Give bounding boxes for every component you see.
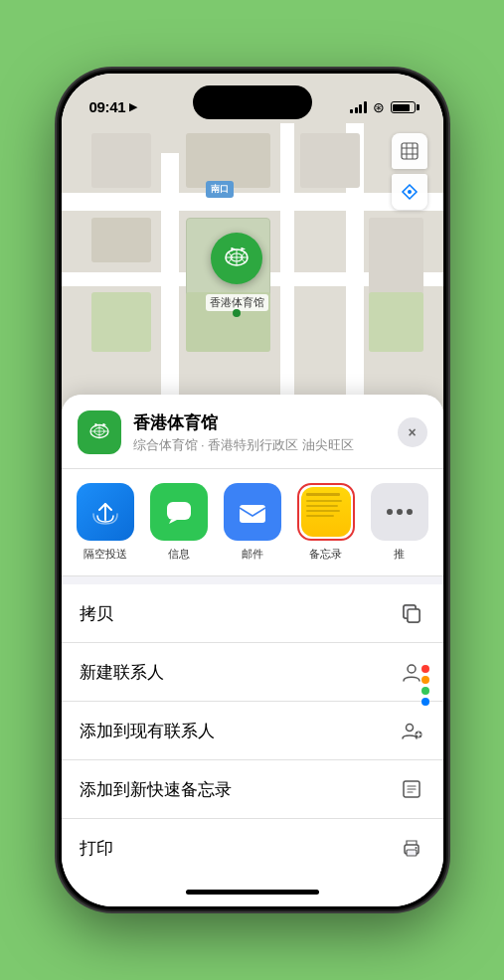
phone-inner: 09:41 ▶ ⊛	[62, 74, 443, 906]
exit-label: 南口	[206, 181, 234, 198]
building-2	[186, 133, 270, 188]
svg-point-25	[406, 725, 413, 732]
green-area-3	[369, 292, 423, 352]
location-icon	[401, 183, 419, 201]
svg-point-35	[415, 847, 417, 849]
action-print[interactable]: 打印	[62, 819, 443, 877]
add-existing-label: 添加到现有联系人	[80, 720, 215, 742]
svg-point-1	[408, 190, 412, 194]
map-controls	[392, 133, 427, 210]
mail-label: 邮件	[242, 547, 263, 562]
building-4	[91, 218, 151, 262]
close-button[interactable]: ×	[398, 417, 427, 447]
building-5	[369, 218, 423, 297]
stadium-pin: 香港体育馆	[206, 233, 268, 311]
dynamic-island	[193, 85, 312, 119]
map-type-button[interactable]	[392, 133, 427, 169]
svg-rect-18	[167, 502, 191, 520]
print-label: 打印	[80, 837, 113, 860]
more-icon-wrap	[371, 483, 428, 541]
venue-name: 香港体育馆	[133, 411, 386, 434]
status-time: 09:41	[89, 98, 126, 115]
messages-icon-wrap	[150, 483, 208, 541]
share-messages[interactable]: 信息	[147, 483, 211, 562]
svg-rect-34	[407, 850, 417, 856]
signal-icon	[350, 101, 367, 113]
notes-icon-wrap	[297, 483, 355, 541]
wifi-icon: ⊛	[373, 99, 385, 115]
action-quick-note[interactable]: 添加到新快速备忘录	[62, 760, 443, 819]
battery-icon	[391, 101, 416, 113]
notes-label: 备忘录	[309, 547, 342, 562]
phone-frame: 09:41 ▶ ⊛	[59, 71, 446, 909]
svg-point-24	[408, 665, 416, 673]
more-label: 推	[394, 547, 405, 562]
svg-rect-23	[408, 609, 420, 622]
airdrop-icon-wrap	[77, 483, 134, 541]
action-copy[interactable]: 拷贝	[62, 584, 443, 643]
stadium-icon	[220, 242, 253, 275]
add-existing-icon	[398, 717, 425, 744]
bottom-sheet: 香港体育馆 综合体育馆 · 香港特别行政区 油尖旺区 ×	[62, 395, 443, 906]
venue-info: 香港体育馆 综合体育馆 · 香港特别行政区 油尖旺区	[133, 411, 386, 454]
share-mail[interactable]: 邮件	[221, 483, 284, 562]
quick-note-icon	[398, 775, 425, 803]
action-add-existing[interactable]: 添加到现有联系人	[62, 702, 443, 760]
svg-rect-19	[240, 505, 265, 523]
airdrop-label: 隔空投送	[84, 547, 127, 562]
status-icons: ⊛	[350, 99, 416, 115]
venue-icon	[78, 410, 121, 454]
action-list: 拷贝 新建联系人	[62, 584, 443, 877]
location-arrow-icon: ▶	[129, 100, 137, 113]
pin-circle	[211, 233, 262, 284]
green-area-1	[91, 292, 151, 352]
venue-description: 综合体育馆 · 香港特别行政区 油尖旺区	[133, 436, 386, 454]
share-airdrop[interactable]: 隔空投送	[74, 483, 137, 562]
mail-icon-wrap	[224, 483, 281, 541]
new-contact-label: 新建联系人	[80, 661, 164, 684]
notes-icon-inner	[301, 487, 351, 537]
sheet-header: 香港体育馆 综合体育馆 · 香港特别行政区 油尖旺区 ×	[62, 395, 443, 469]
road-horizontal-1	[62, 193, 443, 211]
map-type-icon	[400, 141, 420, 161]
share-notes[interactable]: 备忘录	[294, 483, 358, 562]
share-row: 隔空投送 信息	[62, 469, 443, 576]
quick-note-label: 添加到新快速备忘录	[80, 778, 232, 801]
building-1	[91, 133, 151, 188]
copy-icon	[398, 599, 425, 627]
location-button[interactable]	[392, 174, 427, 210]
home-indicator-area	[62, 877, 443, 906]
action-new-contact[interactable]: 新建联系人	[62, 643, 443, 702]
copy-label: 拷贝	[80, 602, 113, 625]
print-icon	[398, 834, 425, 862]
building-3	[300, 133, 360, 188]
pin-dot	[233, 309, 241, 317]
svg-rect-0	[402, 143, 418, 159]
svg-marker-9	[242, 247, 246, 250]
share-more[interactable]: 推	[368, 483, 431, 562]
home-indicator	[186, 890, 319, 895]
close-icon: ×	[408, 424, 416, 440]
messages-label: 信息	[168, 547, 190, 562]
